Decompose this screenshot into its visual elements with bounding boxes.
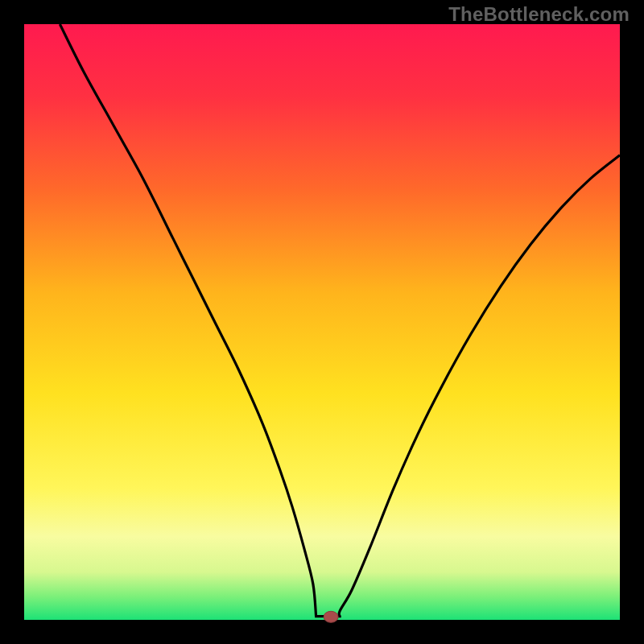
optimal-point-marker — [324, 611, 338, 622]
watermark-text: TheBottleneck.com — [448, 3, 630, 26]
chart-container: { "watermark": "TheBottleneck.com", "col… — [0, 0, 644, 644]
plot-background — [24, 24, 620, 620]
bottleneck-chart — [0, 0, 644, 644]
